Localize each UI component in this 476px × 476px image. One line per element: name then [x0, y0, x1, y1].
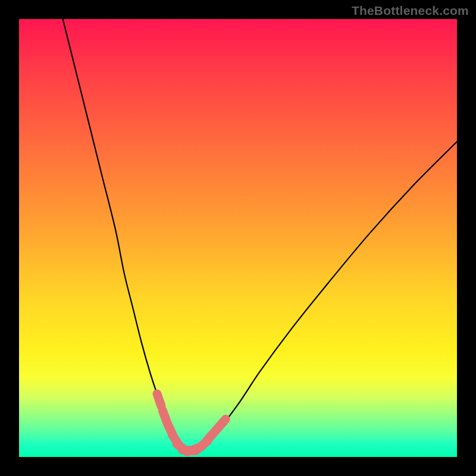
- watermark-text: TheBottleneck.com: [352, 4, 469, 18]
- marker-left-upper: [157, 394, 161, 406]
- chart-svg: [19, 19, 457, 457]
- bottleneck-curve: [63, 19, 457, 450]
- outer-frame: TheBottleneck.com: [0, 0, 476, 476]
- marker-right-upper: [217, 419, 226, 430]
- marker-layer: [157, 394, 226, 452]
- plot-area: [19, 19, 457, 457]
